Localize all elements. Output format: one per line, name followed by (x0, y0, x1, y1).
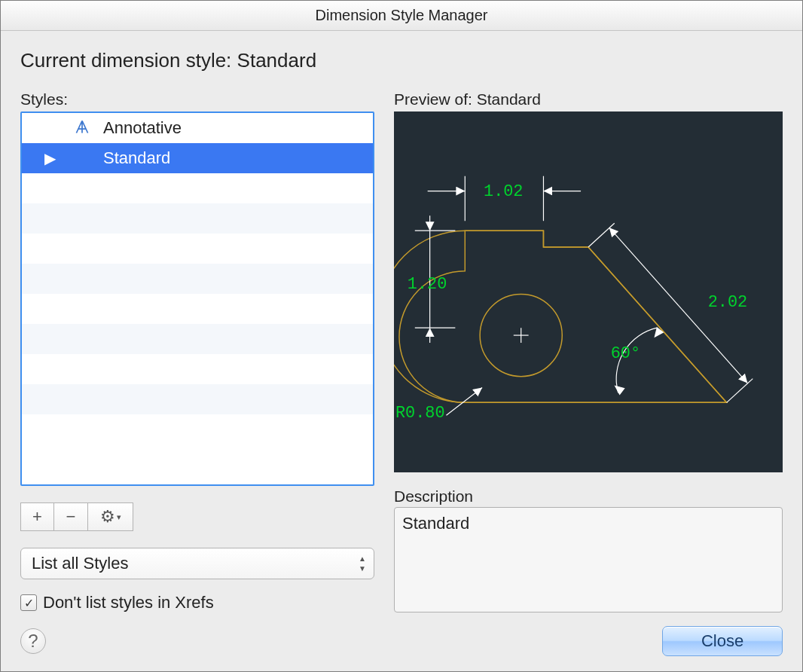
xrefs-checkbox[interactable]: ✓ (20, 594, 37, 611)
list-filler (22, 173, 373, 414)
current-style-value: Standard (237, 49, 317, 72)
style-row-annotative[interactable]: Annotative (22, 113, 373, 143)
window-title: Dimension Style Manager (316, 7, 488, 24)
stepper-icon: ▲▼ (359, 554, 366, 573)
styles-label: Styles: (20, 90, 374, 108)
style-name: Standard (103, 148, 170, 168)
xrefs-checkbox-row[interactable]: ✓ Don't list styles in Xrefs (20, 593, 374, 612)
help-button[interactable]: ? (20, 628, 46, 654)
chevron-down-icon: ▾ (117, 512, 121, 522)
dim-radius: R0.80 (395, 404, 445, 423)
help-icon: ? (28, 631, 38, 652)
remove-style-button[interactable]: − (54, 502, 88, 531)
add-style-button[interactable]: + (20, 502, 54, 531)
style-row-standard[interactable]: ▶ Standard (22, 143, 373, 173)
preview-pane: 1.02 1.20 (394, 111, 783, 472)
title-bar[interactable]: Dimension Style Manager (1, 1, 802, 31)
svg-line-13 (727, 379, 753, 403)
close-button[interactable]: Close (662, 626, 783, 656)
styles-toolbar: + − ⚙ ▾ (20, 502, 374, 531)
dialog-content: Current dimension style: Standard Styles… (1, 31, 802, 671)
filter-selected-value: List all Styles (32, 554, 128, 573)
plus-icon: + (32, 507, 42, 527)
dim-diag: 2.02 (708, 293, 747, 312)
dim-left: 1.20 (408, 275, 447, 294)
annotative-icon (66, 118, 99, 138)
dim-angle: 60° (611, 344, 640, 363)
preview-label: Preview of: Standard (394, 90, 783, 108)
style-name: Annotative (103, 118, 182, 138)
gear-icon: ⚙ (100, 507, 115, 527)
xrefs-checkbox-label: Don't list styles in Xrefs (43, 593, 214, 612)
dim-top: 1.02 (484, 182, 523, 201)
gear-menu-button[interactable]: ⚙ ▾ (88, 502, 133, 531)
current-marker: ▶ (38, 149, 61, 167)
filter-dropdown[interactable]: List all Styles ▲▼ (20, 548, 374, 579)
description-value: Standard (402, 514, 469, 533)
current-dimension-style: Current dimension style: Standard (20, 49, 783, 72)
styles-list[interactable]: Annotative ▶ Standard (20, 111, 374, 486)
description-box: Standard (394, 507, 783, 612)
dialog-footer: ? Close (20, 626, 783, 656)
dialog-window: Dimension Style Manager Current dimensio… (0, 0, 803, 672)
description-label: Description (394, 487, 783, 506)
svg-line-12 (588, 223, 615, 247)
minus-icon: − (66, 507, 76, 527)
current-style-label: Current dimension style: (20, 49, 231, 72)
